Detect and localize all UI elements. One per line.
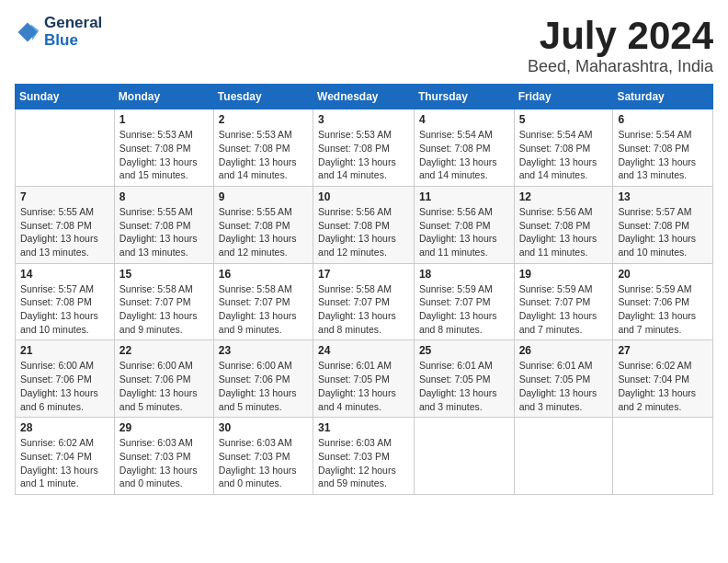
day-cell: 21 Sunrise: 6:00 AMSunset: 7:06 PMDaylig… — [16, 340, 115, 418]
day-number: 7 — [20, 190, 109, 203]
day-number: 8 — [119, 190, 209, 203]
day-cell: 18 Sunrise: 5:59 AMSunset: 7:07 PMDaylig… — [414, 263, 514, 340]
day-number: 25 — [419, 344, 509, 357]
day-number: 22 — [119, 344, 209, 357]
header: General Blue July 2024 Beed, Maharashtra… — [15, 15, 713, 76]
day-number: 2 — [219, 113, 308, 126]
week-row-3: 14 Sunrise: 5:57 AMSunset: 7:08 PMDaylig… — [16, 263, 713, 340]
day-cell: 29 Sunrise: 6:03 AMSunset: 7:03 PMDaylig… — [114, 418, 213, 495]
day-cell — [16, 109, 115, 187]
day-number: 3 — [318, 113, 409, 126]
logo-icon — [15, 19, 40, 45]
day-info: Sunrise: 6:03 AMSunset: 7:03 PMDaylight:… — [318, 436, 409, 490]
day-info: Sunrise: 5:59 AMSunset: 7:07 PMDaylight:… — [519, 282, 609, 337]
day-cell: 7 Sunrise: 5:55 AMSunset: 7:08 PMDayligh… — [16, 186, 115, 263]
day-number: 9 — [219, 190, 308, 203]
day-cell: 26 Sunrise: 6:01 AMSunset: 7:05 PMDaylig… — [514, 340, 613, 418]
day-cell: 9 Sunrise: 5:55 AMSunset: 7:08 PMDayligh… — [213, 186, 313, 263]
week-row-5: 28 Sunrise: 6:02 AMSunset: 7:04 PMDaylig… — [16, 418, 713, 495]
day-info: Sunrise: 5:56 AMSunset: 7:08 PMDaylight:… — [318, 205, 409, 259]
day-info: Sunrise: 5:59 AMSunset: 7:06 PMDaylight:… — [618, 282, 708, 337]
day-info: Sunrise: 5:58 AMSunset: 7:07 PMDaylight:… — [318, 282, 409, 337]
day-info: Sunrise: 5:55 AMSunset: 7:08 PMDaylight:… — [119, 205, 209, 259]
day-info: Sunrise: 5:58 AMSunset: 7:07 PMDaylight:… — [119, 282, 209, 337]
day-cell: 5 Sunrise: 5:54 AMSunset: 7:08 PMDayligh… — [514, 109, 613, 187]
day-cell: 17 Sunrise: 5:58 AMSunset: 7:07 PMDaylig… — [313, 263, 415, 340]
day-cell: 30 Sunrise: 6:03 AMSunset: 7:03 PMDaylig… — [213, 418, 313, 495]
day-number: 21 — [20, 344, 109, 357]
day-info: Sunrise: 5:57 AMSunset: 7:08 PMDaylight:… — [20, 282, 109, 337]
day-info: Sunrise: 5:55 AMSunset: 7:08 PMDaylight:… — [219, 205, 308, 259]
day-info: Sunrise: 6:00 AMSunset: 7:06 PMDaylight:… — [219, 359, 308, 413]
day-info: Sunrise: 5:54 AMSunset: 7:08 PMDaylight:… — [618, 128, 708, 182]
day-cell: 27 Sunrise: 6:02 AMSunset: 7:04 PMDaylig… — [613, 340, 713, 418]
month-title: July 2024 — [528, 15, 713, 57]
day-number: 24 — [318, 344, 409, 357]
day-info: Sunrise: 5:53 AMSunset: 7:08 PMDaylight:… — [219, 128, 308, 182]
day-number: 11 — [419, 190, 509, 203]
day-cell: 12 Sunrise: 5:56 AMSunset: 7:08 PMDaylig… — [514, 186, 613, 263]
day-cell: 14 Sunrise: 5:57 AMSunset: 7:08 PMDaylig… — [16, 263, 115, 340]
day-number: 10 — [318, 190, 409, 203]
day-info: Sunrise: 6:00 AMSunset: 7:06 PMDaylight:… — [20, 359, 109, 413]
day-info: Sunrise: 6:03 AMSunset: 7:03 PMDaylight:… — [119, 436, 209, 490]
day-number: 30 — [219, 421, 308, 434]
day-cell: 19 Sunrise: 5:59 AMSunset: 7:07 PMDaylig… — [514, 263, 613, 340]
day-cell: 4 Sunrise: 5:54 AMSunset: 7:08 PMDayligh… — [414, 109, 514, 187]
day-number: 28 — [20, 421, 109, 434]
day-info: Sunrise: 6:02 AMSunset: 7:04 PMDaylight:… — [20, 436, 109, 490]
day-cell — [613, 418, 713, 495]
day-number: 13 — [618, 190, 708, 203]
day-info: Sunrise: 6:01 AMSunset: 7:05 PMDaylight:… — [519, 359, 609, 413]
weekday-header-thursday: Thursday — [414, 85, 514, 109]
day-info: Sunrise: 6:01 AMSunset: 7:05 PMDaylight:… — [419, 359, 509, 413]
day-info: Sunrise: 5:57 AMSunset: 7:08 PMDaylight:… — [618, 205, 708, 259]
day-cell: 2 Sunrise: 5:53 AMSunset: 7:08 PMDayligh… — [213, 109, 313, 187]
weekday-header-sunday: Sunday — [16, 85, 115, 109]
day-number: 31 — [318, 421, 409, 434]
day-number: 27 — [618, 344, 708, 357]
day-number: 6 — [618, 113, 708, 126]
day-info: Sunrise: 5:54 AMSunset: 7:08 PMDaylight:… — [419, 128, 509, 182]
day-cell: 25 Sunrise: 6:01 AMSunset: 7:05 PMDaylig… — [414, 340, 514, 418]
day-info: Sunrise: 6:00 AMSunset: 7:06 PMDaylight:… — [119, 359, 209, 413]
day-info: Sunrise: 5:55 AMSunset: 7:08 PMDaylight:… — [20, 205, 109, 259]
day-number: 20 — [618, 268, 708, 281]
day-number: 19 — [519, 268, 609, 281]
day-number: 16 — [219, 268, 308, 281]
week-row-1: 1 Sunrise: 5:53 AMSunset: 7:08 PMDayligh… — [16, 109, 713, 187]
day-info: Sunrise: 5:53 AMSunset: 7:08 PMDaylight:… — [318, 128, 409, 182]
day-cell: 11 Sunrise: 5:56 AMSunset: 7:08 PMDaylig… — [414, 186, 514, 263]
day-cell: 13 Sunrise: 5:57 AMSunset: 7:08 PMDaylig… — [613, 186, 713, 263]
day-cell: 6 Sunrise: 5:54 AMSunset: 7:08 PMDayligh… — [613, 109, 713, 187]
day-number: 5 — [519, 113, 609, 126]
logo: General Blue — [15, 15, 102, 49]
day-number: 12 — [519, 190, 609, 203]
day-info: Sunrise: 6:03 AMSunset: 7:03 PMDaylight:… — [219, 436, 308, 490]
day-info: Sunrise: 6:02 AMSunset: 7:04 PMDaylight:… — [618, 359, 708, 413]
day-number: 14 — [20, 268, 109, 281]
day-number: 26 — [519, 344, 609, 357]
day-cell: 15 Sunrise: 5:58 AMSunset: 7:07 PMDaylig… — [114, 263, 213, 340]
day-number: 1 — [119, 113, 209, 126]
day-cell: 22 Sunrise: 6:00 AMSunset: 7:06 PMDaylig… — [114, 340, 213, 418]
logo-text: General Blue — [44, 15, 102, 49]
day-number: 29 — [119, 421, 209, 434]
location-title: Beed, Maharashtra, India — [528, 57, 713, 76]
day-number: 17 — [318, 268, 409, 281]
day-info: Sunrise: 5:56 AMSunset: 7:08 PMDaylight:… — [519, 205, 609, 259]
weekday-header-friday: Friday — [514, 85, 613, 109]
day-cell: 16 Sunrise: 5:58 AMSunset: 7:07 PMDaylig… — [213, 263, 313, 340]
day-info: Sunrise: 5:53 AMSunset: 7:08 PMDaylight:… — [119, 128, 209, 182]
day-cell: 20 Sunrise: 5:59 AMSunset: 7:06 PMDaylig… — [613, 263, 713, 340]
day-cell: 24 Sunrise: 6:01 AMSunset: 7:05 PMDaylig… — [313, 340, 415, 418]
day-cell: 10 Sunrise: 5:56 AMSunset: 7:08 PMDaylig… — [313, 186, 415, 263]
day-cell: 3 Sunrise: 5:53 AMSunset: 7:08 PMDayligh… — [313, 109, 415, 187]
day-info: Sunrise: 5:56 AMSunset: 7:08 PMDaylight:… — [419, 205, 509, 259]
weekday-header-wednesday: Wednesday — [313, 85, 415, 109]
day-cell: 23 Sunrise: 6:00 AMSunset: 7:06 PMDaylig… — [213, 340, 313, 418]
day-number: 4 — [419, 113, 509, 126]
title-area: July 2024 Beed, Maharashtra, India — [528, 15, 713, 76]
day-cell: 1 Sunrise: 5:53 AMSunset: 7:08 PMDayligh… — [114, 109, 213, 187]
day-number: 18 — [419, 268, 509, 281]
